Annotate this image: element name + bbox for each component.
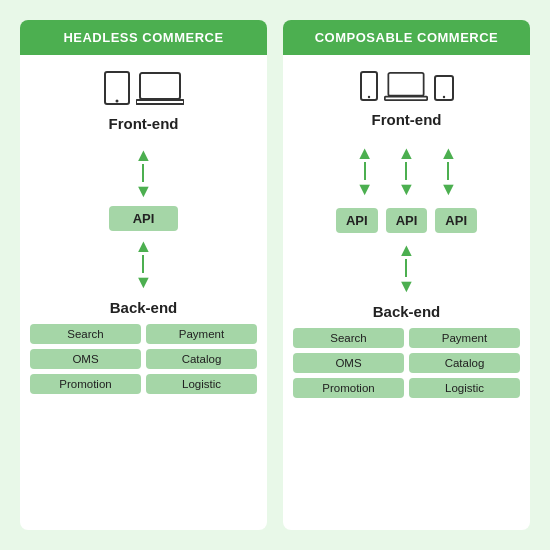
composable-header: COMPOSABLE COMMERCE bbox=[283, 20, 530, 55]
arr-up-1: ▲ bbox=[356, 144, 374, 162]
composable-api-row: API API API bbox=[336, 206, 477, 235]
composable-frontend-label: Front-end bbox=[372, 111, 442, 128]
svg-rect-0 bbox=[105, 72, 129, 104]
arr-up-3: ▲ bbox=[439, 144, 457, 162]
comp-arrow-3: ▲ ▼ bbox=[439, 144, 457, 198]
chip-logistic: Logistic bbox=[146, 374, 257, 394]
svg-rect-2 bbox=[140, 73, 180, 99]
comp-chip-logistic: Logistic bbox=[409, 378, 520, 398]
comp-api-2: API bbox=[386, 208, 428, 233]
headless-arrow-1: ▲ ▼ bbox=[135, 146, 153, 200]
headless-frontend-label: Front-end bbox=[109, 115, 179, 132]
phone-icon bbox=[360, 71, 378, 101]
svg-point-9 bbox=[442, 96, 444, 98]
svg-rect-3 bbox=[136, 100, 184, 104]
chip-catalog: Catalog bbox=[146, 349, 257, 369]
composable-arrow-bottom: ▲ ▼ bbox=[398, 241, 416, 295]
chip-promotion: Promotion bbox=[30, 374, 141, 394]
arr-up-2: ▲ bbox=[398, 144, 416, 162]
composable-body: Front-end ▲ ▼ ▲ ▼ ▲ ▼ bbox=[283, 55, 530, 530]
comp-api-1: API bbox=[336, 208, 378, 233]
headless-body: Front-end ▲ ▼ API ▲ ▼ Back-end Search Pa… bbox=[20, 55, 267, 530]
laptop-icon bbox=[136, 71, 184, 105]
comp-arrow-1: ▲ ▼ bbox=[356, 144, 374, 198]
arrow-down-icon-2: ▼ bbox=[135, 273, 153, 291]
headless-header: HEADLESS COMMERCE bbox=[20, 20, 267, 55]
comp-arrow-2: ▲ ▼ bbox=[398, 144, 416, 198]
arrow-up-icon: ▲ bbox=[135, 146, 153, 164]
comp-chip-search: Search bbox=[293, 328, 404, 348]
composable-devices bbox=[360, 71, 454, 101]
headless-devices bbox=[104, 71, 184, 105]
headless-api-box: API bbox=[109, 206, 179, 231]
main-container: HEADLESS COMMERCE Front-end ▲ bbox=[0, 0, 550, 550]
composable-panel: COMPOSABLE COMMERCE bbox=[283, 20, 530, 530]
svg-point-5 bbox=[367, 96, 369, 98]
composable-arrows-row: ▲ ▼ ▲ ▼ ▲ ▼ bbox=[356, 140, 457, 202]
small-tablet-icon bbox=[434, 75, 454, 101]
arr-dn-1: ▼ bbox=[356, 180, 374, 198]
arrow-up-icon-2: ▲ bbox=[135, 237, 153, 255]
comp-chip-promotion: Promotion bbox=[293, 378, 404, 398]
comp-chip-catalog: Catalog bbox=[409, 353, 520, 373]
chip-payment: Payment bbox=[146, 324, 257, 344]
comp-chip-payment: Payment bbox=[409, 328, 520, 348]
svg-rect-7 bbox=[384, 97, 426, 101]
svg-rect-6 bbox=[388, 73, 423, 96]
headless-arrow-2: ▲ ▼ bbox=[135, 237, 153, 291]
composable-chips: Search Payment OMS Catalog Promotion Log… bbox=[293, 328, 520, 398]
composable-laptop-icon bbox=[384, 71, 428, 101]
comp-chip-oms: OMS bbox=[293, 353, 404, 373]
composable-backend-label: Back-end bbox=[373, 303, 441, 320]
headless-chips: Search Payment OMS Catalog Promotion Log… bbox=[30, 324, 257, 394]
chip-oms: OMS bbox=[30, 349, 141, 369]
arr-dn-3: ▼ bbox=[439, 180, 457, 198]
headless-backend-label: Back-end bbox=[110, 299, 178, 316]
arr-up-b: ▲ bbox=[398, 241, 416, 259]
headless-panel: HEADLESS COMMERCE Front-end ▲ bbox=[20, 20, 267, 530]
arrow-down-icon: ▼ bbox=[135, 182, 153, 200]
svg-point-1 bbox=[115, 100, 118, 103]
chip-search: Search bbox=[30, 324, 141, 344]
arr-dn-2: ▼ bbox=[398, 180, 416, 198]
arr-dn-b: ▼ bbox=[398, 277, 416, 295]
tablet-icon bbox=[104, 71, 130, 105]
comp-api-3: API bbox=[435, 208, 477, 233]
